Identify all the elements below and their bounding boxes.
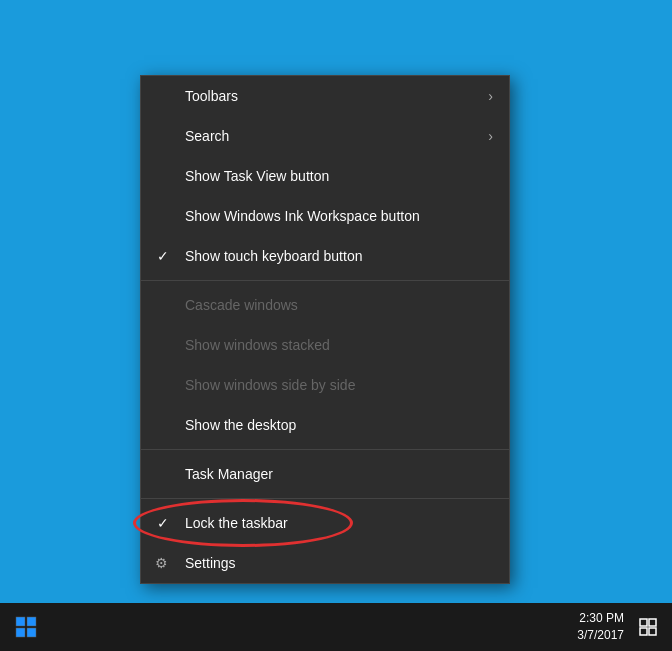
menu-item-label: Cascade windows	[185, 297, 298, 313]
menu-item-task-view[interactable]: Show Task View button	[141, 156, 509, 196]
menu-item-toolbars[interactable]: Toolbars ›	[141, 76, 509, 116]
action-center-icon	[639, 618, 657, 636]
svg-rect-0	[16, 617, 25, 626]
separator-1	[141, 280, 509, 281]
clock-time: 2:30 PM	[577, 610, 624, 627]
gear-icon: ⚙	[155, 555, 168, 571]
svg-rect-3	[27, 628, 36, 637]
menu-item-label: Show Windows Ink Workspace button	[185, 208, 420, 224]
app-icon-svg	[15, 616, 37, 638]
menu-item-ink-workspace[interactable]: Show Windows Ink Workspace button	[141, 196, 509, 236]
menu-item-label: Show windows side by side	[185, 377, 355, 393]
menu-item-label: Settings	[185, 555, 236, 571]
separator-2	[141, 449, 509, 450]
svg-rect-4	[640, 619, 647, 626]
menu-item-label: Task Manager	[185, 466, 273, 482]
menu-item-label: Show windows stacked	[185, 337, 330, 353]
menu-item-show-desktop[interactable]: Show the desktop	[141, 405, 509, 445]
taskbar-app-icon[interactable]	[4, 605, 48, 649]
menu-item-search[interactable]: Search ›	[141, 116, 509, 156]
menu-item-label: Lock the taskbar	[185, 515, 288, 531]
taskbar-clock: 2:30 PM 3/7/2017	[577, 610, 624, 644]
submenu-arrow-icon: ›	[488, 88, 493, 104]
menu-item-task-manager[interactable]: Task Manager	[141, 454, 509, 494]
svg-rect-1	[27, 617, 36, 626]
taskbar: 2:30 PM 3/7/2017	[0, 603, 672, 651]
notification-icon[interactable]	[632, 611, 664, 643]
menu-item-label: Show Task View button	[185, 168, 329, 184]
taskbar-left	[0, 605, 48, 649]
context-menu: Toolbars › Search › Show Task View butto…	[140, 75, 510, 584]
menu-item-settings[interactable]: ⚙ Settings	[141, 543, 509, 583]
svg-rect-2	[16, 628, 25, 637]
checkmark-icon: ✓	[157, 248, 169, 264]
svg-rect-7	[649, 628, 656, 635]
clock-date: 3/7/2017	[577, 627, 624, 644]
menu-item-label: Show touch keyboard button	[185, 248, 362, 264]
separator-3	[141, 498, 509, 499]
menu-item-label: Show the desktop	[185, 417, 296, 433]
svg-rect-6	[640, 628, 647, 635]
menu-item-touch-keyboard[interactable]: ✓ Show touch keyboard button	[141, 236, 509, 276]
menu-item-side-by-side: Show windows side by side	[141, 365, 509, 405]
menu-item-label: Search	[185, 128, 229, 144]
submenu-arrow-icon: ›	[488, 128, 493, 144]
menu-item-cascade: Cascade windows	[141, 285, 509, 325]
menu-item-lock-taskbar[interactable]: ✓ Lock the taskbar	[141, 503, 509, 543]
svg-rect-5	[649, 619, 656, 626]
checkmark-icon: ✓	[157, 515, 169, 531]
menu-item-label: Toolbars	[185, 88, 238, 104]
menu-item-stacked: Show windows stacked	[141, 325, 509, 365]
taskbar-right: 2:30 PM 3/7/2017	[577, 610, 672, 644]
